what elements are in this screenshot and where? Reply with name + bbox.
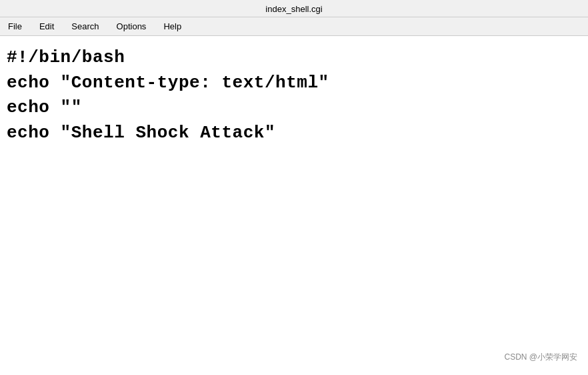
watermark: CSDN @小荣学网安 <box>504 352 577 363</box>
code-line-3: echo "" <box>7 95 581 121</box>
menu-file[interactable]: File <box>5 20 25 33</box>
code-line-2: echo "Content-type: text/html" <box>7 71 581 96</box>
code-line-1: #!/bin/bash <box>7 45 581 71</box>
code-line-4: echo "Shell Shock Attack" <box>7 121 581 146</box>
menu-bar: File Edit Search Options Help <box>0 17 588 36</box>
menu-options[interactable]: Options <box>114 20 149 33</box>
editor-area[interactable]: #!/bin/bash echo "Content-type: text/htm… <box>0 36 588 371</box>
menu-help[interactable]: Help <box>161 20 184 33</box>
menu-search[interactable]: Search <box>69 20 101 33</box>
menu-edit[interactable]: Edit <box>37 20 57 33</box>
window-title: index_shell.cgi <box>265 4 322 14</box>
title-bar: index_shell.cgi <box>0 0 588 17</box>
